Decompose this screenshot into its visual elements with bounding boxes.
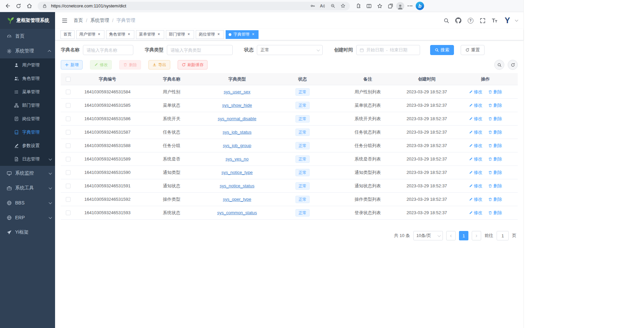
edit-button-disabled[interactable]: 修改 [90, 60, 112, 69]
add-button[interactable]: 新增 [61, 60, 83, 69]
favorite-star-icon[interactable] [339, 2, 347, 10]
row-edit-button[interactable]: 修改 [469, 89, 482, 95]
sidebar-item-role-mgmt[interactable]: 角色管理 [0, 72, 55, 85]
delete-button-disabled[interactable]: 删除 [119, 60, 141, 69]
zoom-icon[interactable] [329, 2, 336, 10]
row-checkbox[interactable] [66, 197, 71, 202]
row-checkbox[interactable] [66, 170, 71, 175]
row-edit-button[interactable]: 修改 [469, 102, 482, 108]
export-button[interactable]: 导出 [148, 60, 170, 69]
sidebar-item-post-mgmt[interactable]: 岗位管理 [0, 112, 55, 126]
row-delete-button[interactable]: 删除 [488, 156, 502, 162]
row-delete-button[interactable]: 删除 [488, 170, 502, 176]
sidebar-item-dict-mgmt[interactable]: 字典管理 [0, 126, 55, 139]
extensions-button[interactable] [353, 1, 363, 11]
user-avatar-logo[interactable]: Y [502, 15, 513, 26]
read-aloud-icon[interactable]: A [319, 2, 326, 10]
font-size-button[interactable] [490, 16, 499, 25]
lock-icon[interactable] [41, 2, 48, 10]
row-edit-button[interactable]: 修改 [469, 210, 482, 216]
row-delete-button[interactable]: 删除 [488, 89, 502, 95]
sidebar-item-user-mgmt[interactable]: 用户管理 [0, 58, 55, 72]
browser-menu-button[interactable] [405, 1, 415, 11]
dict-type-link[interactable]: sys_job_status [223, 130, 251, 135]
split-screen-button[interactable] [364, 1, 374, 11]
tab-close-icon[interactable]: × [186, 32, 191, 37]
tab[interactable]: 角色管理 × [106, 30, 134, 39]
row-checkbox[interactable] [66, 103, 71, 108]
row-checkbox[interactable] [66, 210, 71, 215]
row-checkbox[interactable] [66, 157, 71, 161]
row-edit-button[interactable]: 修改 [469, 183, 482, 189]
tab[interactable]: 用户管理 × [76, 30, 104, 39]
sidebar-item-erp[interactable]: ERP [0, 210, 55, 225]
tab-close-icon[interactable]: × [251, 32, 256, 37]
sidebar-item-home[interactable]: 首页 [0, 29, 55, 44]
prev-page-button[interactable]: ‹ [446, 231, 456, 240]
status-select[interactable]: 正常 [257, 45, 323, 55]
row-checkbox[interactable] [66, 184, 71, 188]
toggle-search-button[interactable] [494, 60, 504, 70]
sidebar-toggle-button[interactable] [60, 16, 69, 25]
bing-sidebar-button[interactable]: b [416, 2, 424, 10]
dict-type-link[interactable]: sys_yes_no [226, 156, 249, 161]
row-checkbox[interactable] [66, 90, 71, 94]
avatar-dropdown-caret-icon[interactable] [515, 18, 518, 21]
sidebar-item-bbs[interactable]: BBS [0, 195, 55, 210]
dict-type-link[interactable]: sys_job_group [223, 143, 251, 148]
tab-close-icon[interactable]: × [156, 32, 161, 37]
sidebar-item-menu-mgmt[interactable]: 菜单管理 [0, 85, 55, 99]
tab-close-icon[interactable]: × [216, 32, 221, 37]
row-edit-button[interactable]: 修改 [469, 129, 482, 135]
breadcrumb-home[interactable]: 首页 [74, 17, 83, 24]
row-delete-button[interactable]: 删除 [488, 129, 502, 135]
sidebar-item-log-mgmt[interactable]: 日志管理 [0, 152, 55, 166]
row-edit-button[interactable]: 修改 [469, 156, 482, 162]
row-checkbox[interactable] [66, 130, 71, 135]
search-button[interactable]: 搜索 [430, 45, 454, 55]
browser-back-button[interactable] [3, 1, 13, 11]
reset-button[interactable]: 重置 [461, 45, 485, 55]
row-delete-button[interactable]: 删除 [488, 116, 502, 122]
tab-close-icon[interactable]: × [127, 32, 131, 37]
sidebar-item-monitor[interactable]: 系统监控 [0, 166, 55, 181]
app-logo[interactable]: 意框架管理系统 [0, 12, 55, 29]
row-checkbox[interactable] [66, 143, 71, 148]
dict-type-link[interactable]: sys_notice_status [220, 183, 254, 188]
tab[interactable]: 岗位管理 × [196, 30, 224, 39]
tab-close-icon[interactable]: × [97, 32, 101, 37]
next-page-button[interactable]: › [472, 231, 481, 240]
sidebar-item-system[interactable]: 系统管理 [0, 44, 55, 58]
dict-type-link[interactable]: sys_normal_disable [218, 116, 257, 121]
date-range-picker[interactable]: 开始日期 - 结束日期 [356, 45, 420, 55]
tab[interactable]: 菜单管理 × [136, 30, 164, 39]
github-link-button[interactable] [454, 16, 463, 25]
refresh-cache-button[interactable]: 刷新缓存 [178, 60, 208, 69]
header-search-button[interactable] [442, 16, 451, 25]
tab[interactable]: 字典管理 × [226, 30, 259, 39]
browser-home-button[interactable] [24, 1, 34, 11]
select-all-checkbox[interactable] [66, 77, 71, 82]
row-checkbox[interactable] [66, 116, 71, 121]
tab[interactable]: 部门管理 × [166, 30, 194, 39]
row-delete-button[interactable]: 删除 [488, 183, 502, 189]
dict-type-link[interactable]: sys_notice_type [221, 170, 252, 175]
sidebar-item-dept-mgmt[interactable]: 部门管理 [0, 99, 55, 112]
row-delete-button[interactable]: 删除 [488, 196, 502, 202]
row-edit-button[interactable]: 修改 [469, 196, 482, 202]
dict-type-link[interactable]: sys_user_sex [224, 89, 250, 94]
page-size-select[interactable]: 10条/页 [413, 231, 443, 240]
refresh-table-button[interactable] [508, 60, 518, 70]
current-page-button[interactable]: 1 [459, 231, 468, 240]
dict-type-link[interactable]: sys_oper_type [223, 197, 251, 202]
favorites-button[interactable] [375, 1, 385, 11]
row-delete-button[interactable]: 删除 [488, 143, 502, 149]
dict-type-link[interactable]: sys_show_hide [222, 103, 252, 108]
dict-type-link[interactable]: sys_common_status [217, 210, 257, 215]
browser-refresh-button[interactable] [13, 1, 24, 11]
goto-page-input[interactable] [497, 231, 509, 240]
sidebar-item-tools[interactable]: 系统工具 [0, 181, 55, 195]
help-button[interactable]: ? [466, 16, 475, 25]
breadcrumb-system[interactable]: 系统管理 [90, 17, 109, 24]
fullscreen-button[interactable] [478, 16, 487, 25]
